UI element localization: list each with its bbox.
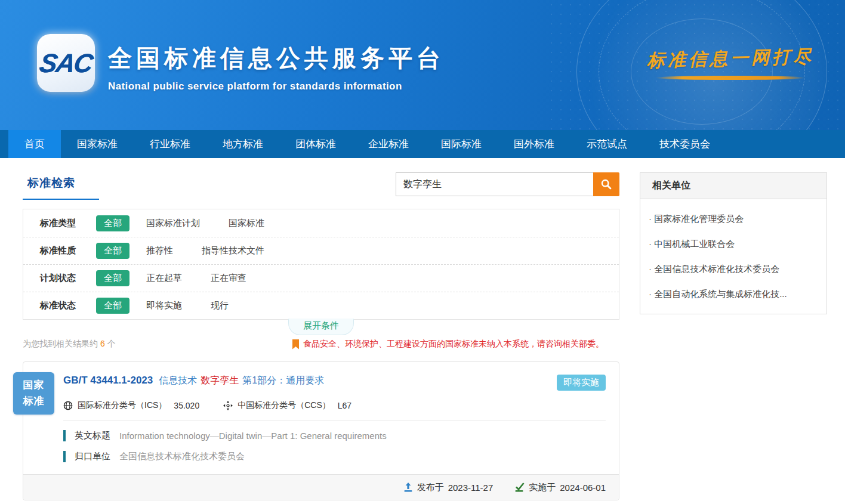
page-title: 标准检索 (27, 177, 75, 189)
globe-icon (63, 401, 73, 410)
site-subtitle: National public service platform for sta… (108, 81, 445, 92)
teal-bar (63, 451, 66, 462)
nav-tab-national-standard[interactable]: 国家标准 (61, 130, 134, 158)
ics-label: 国际标准分类号（ICS） (78, 400, 166, 411)
bookmark-icon (292, 339, 300, 350)
filter-label: 标准状态 (40, 300, 96, 311)
standard-code: GB/T 43441.1-2023 (63, 375, 153, 386)
english-title-label: 英文标题 (75, 430, 110, 441)
publish-icon (403, 483, 413, 492)
teal-bar (63, 430, 66, 441)
search-icon (600, 178, 612, 190)
filter-option[interactable]: 指导性技术文件 (202, 245, 264, 256)
english-title-row: 英文标题 Information technology—Digital twin… (63, 430, 606, 441)
ics-value: 35.020 (174, 401, 199, 410)
implement-date-item: 实施于 2024-06-01 (514, 482, 606, 493)
title-part: 信息技术 (159, 375, 197, 385)
filter-option[interactable]: 正在审查 (211, 273, 246, 284)
sidebar-item-it-committee[interactable]: 全国信息技术标准化技术委员会 (640, 255, 827, 280)
nav-tab-home[interactable]: 首页 (8, 130, 61, 158)
related-units-title: 相关单位 (640, 173, 827, 199)
ics-meta: 国际标准分类号（ICS） 35.020 (63, 400, 199, 411)
main-nav: 首页 国家标准 行业标准 地方标准 团体标准 企业标准 国际标准 国外标准 示范… (0, 130, 845, 158)
site-title: 全国标准信息公共服务平台 (108, 42, 445, 75)
nav-tab-pilot-demo[interactable]: 示范试点 (570, 130, 643, 158)
nav-tab-foreign-standard[interactable]: 国外标准 (498, 130, 570, 158)
search-group (396, 172, 619, 196)
results-summary: 为您找到相关结果约6个 (23, 339, 116, 350)
filter-row-standard-nature: 标准性质 全部 推荐性 指导性技术文件 (23, 237, 619, 264)
sidebar-item-machinery[interactable]: 中国机械工业联合会 (640, 230, 827, 255)
search-section-header: 标准检索 (23, 172, 619, 200)
site-title-block: 全国标准信息公共服务平台 National public service pla… (108, 42, 445, 92)
related-units-list: 国家标准化管理委员会 中国机械工业联合会 全国信息技术标准化技术委员会 全国自动… (640, 199, 827, 314)
site-header: SAC 全国标准信息公共服务平台 National public service… (0, 0, 845, 130)
ccs-label: 中国标准分类号（CCS） (238, 400, 331, 411)
nav-tab-industry-standard[interactable]: 行业标准 (134, 130, 206, 158)
sac-logo-text: SAC (38, 48, 95, 78)
filter-option[interactable]: 现行 (211, 300, 229, 311)
filter-option[interactable]: 正在起草 (146, 273, 182, 284)
filter-option[interactable]: 推荐性 (146, 245, 173, 256)
title-part: 第1部分：通用要求 (242, 375, 324, 385)
main-column: 标准检索 标准类型 (23, 172, 619, 500)
sidebar-item-automation[interactable]: 全国自动化系统与集成标准化技... (640, 280, 827, 305)
publish-date-item: 发布于 2023-11-27 (403, 482, 494, 493)
filter-label: 标准类型 (40, 218, 96, 229)
compass-icon (223, 401, 233, 410)
tag-line: 国家 (23, 378, 45, 393)
nav-tab-local-standard[interactable]: 地方标准 (206, 130, 279, 158)
card-footer: 发布于 2023-11-27 实施于 2024-06-01 (23, 474, 619, 500)
dept-label: 归口单位 (75, 451, 110, 462)
nav-tab-international-standard[interactable]: 国际标准 (425, 130, 498, 158)
filter-option[interactable]: 国家标准计划 (146, 218, 200, 229)
ccs-value: L67 (338, 401, 351, 410)
expand-conditions-button[interactable]: 展开条件 (288, 319, 354, 335)
implement-label: 实施于 (529, 482, 556, 493)
filter-row-standard-type: 标准类型 全部 国家标准计划 国家标准 (23, 209, 619, 237)
filter-row-plan-status: 计划状态 全部 正在起草 正在审查 (23, 264, 619, 292)
dept-row: 归口单位 全国信息技术标准化技术委员会 (63, 451, 606, 462)
sac-logo[interactable]: SAC (37, 34, 95, 92)
result-card: 国家 标准 GB/T 43441.1-2023信息技术数字孪生第1部分：通用要求… (23, 361, 619, 500)
search-button[interactable] (593, 172, 619, 196)
nav-tab-enterprise-standard[interactable]: 企业标准 (352, 130, 425, 158)
implement-date: 2024-06-01 (560, 483, 606, 493)
filter-option[interactable]: 即将实施 (146, 300, 182, 311)
slogan-block: 标准信息一网打尽 (647, 47, 814, 80)
filter-option[interactable]: 国家标准 (229, 218, 264, 229)
filter-row-standard-status: 标准状态 全部 即将实施 现行 (23, 292, 619, 319)
national-standard-tag: 国家 标准 (13, 372, 54, 415)
notice-text: 食品安全、环境保护、工程建设方面的国家标准未纳入本系统，请咨询相关部委。 (303, 339, 604, 350)
filter-box: 标准类型 全部 国家标准计划 国家标准 标准性质 全部 推荐性 指导性技术文件 … (23, 209, 619, 320)
search-input[interactable] (396, 172, 593, 196)
status-badge: 即将实施 (557, 375, 606, 391)
slogan-underline (655, 76, 806, 80)
ccs-meta: 中国标准分类号（CCS） L67 (223, 400, 351, 411)
filter-label: 计划状态 (40, 273, 96, 284)
related-units-panel: 相关单位 国家标准化管理委员会 中国机械工业联合会 全国信息技术标准化技术委员会… (640, 172, 827, 314)
filter-all-badge[interactable]: 全部 (96, 270, 129, 286)
check-icon (514, 483, 525, 492)
nav-tab-technical-committee[interactable]: 技术委员会 (643, 130, 726, 158)
tag-line: 标准 (23, 394, 45, 409)
standard-title-link[interactable]: GB/T 43441.1-2023信息技术数字孪生第1部分：通用要求 (63, 375, 324, 387)
card-head: GB/T 43441.1-2023信息技术数字孪生第1部分：通用要求 即将实施 (63, 375, 606, 391)
publish-label: 发布于 (417, 482, 444, 493)
title-highlight: 数字孪生 (201, 375, 239, 385)
notice: 食品安全、环境保护、工程建设方面的国家标准未纳入本系统，请咨询相关部委。 (292, 339, 604, 350)
content: 标准检索 标准类型 (0, 158, 845, 500)
summary-suffix: 个 (107, 339, 116, 348)
english-title-value: Information technology—Digital twin—Part… (119, 431, 387, 441)
sidebar-item-sac[interactable]: 国家标准化管理委员会 (640, 205, 827, 230)
slogan-text: 标准信息一网打尽 (647, 44, 815, 73)
results-count: 6 (100, 339, 105, 348)
filter-all-badge[interactable]: 全部 (96, 243, 129, 259)
nav-tab-group-standard[interactable]: 团体标准 (279, 130, 352, 158)
summary-prefix: 为您找到相关结果约 (23, 339, 98, 348)
page: SAC 全国标准信息公共服务平台 National public service… (0, 0, 845, 504)
filter-all-badge[interactable]: 全部 (96, 298, 129, 314)
card-meta: 国际标准分类号（ICS） 35.020 中国标准分类号（CCS） L6 (63, 400, 606, 411)
summary-row: 为您找到相关结果约6个 食品安全、环境保护、工程建设方面的国家标准未纳入本系统，… (23, 339, 619, 350)
filter-all-badge[interactable]: 全部 (96, 215, 129, 231)
